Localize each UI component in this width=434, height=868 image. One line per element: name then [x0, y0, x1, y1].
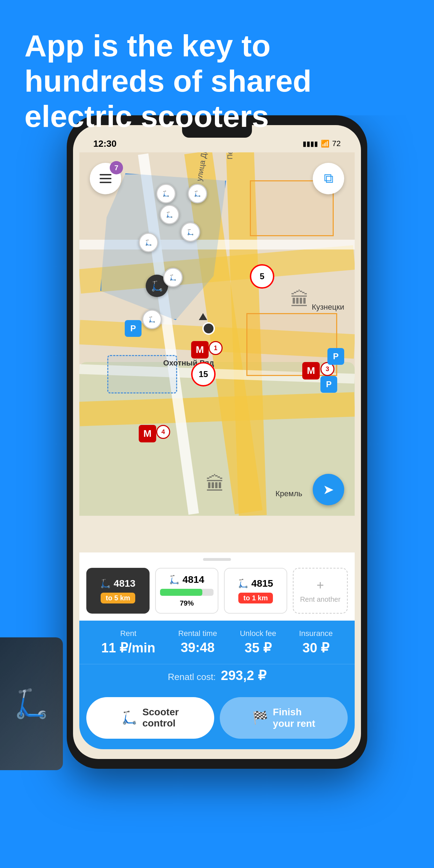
scooter-card-4813[interactable]: 🛴 4813 to 5 km [86, 568, 150, 614]
finish-rent-label-2: your rent [273, 718, 315, 730]
scooter-left-image: 🛴 [0, 637, 63, 770]
scooter-icon-2: 🛴 [169, 575, 180, 585]
time-info: Rental time 39:48 [178, 629, 217, 656]
scooter-marker-4[interactable]: 🛴 [181, 222, 200, 242]
phone-wrapper: 12:30 ▮▮▮▮ 📶 72 [67, 115, 367, 769]
battery-bar-2 [160, 589, 214, 596]
finish-rent-button[interactable]: 🏁 Finish your rent [220, 697, 348, 739]
rent-another-card[interactable]: + Rent another [293, 568, 348, 614]
parking-sign-2: P [327, 348, 344, 365]
parking-sign-3: P [320, 376, 337, 393]
scooter-cards-row: 🛴 4813 to 5 km 🛴 4814 79% [79, 568, 355, 621]
cost-row: Renatl cost: 293,2 ₽ [79, 664, 355, 690]
metro-sign-3: М [139, 425, 156, 442]
scooter-marker-1[interactable]: 🛴 [156, 184, 176, 203]
battery-label-2: 79% [180, 599, 194, 607]
scooter-id-2: 4814 [182, 574, 204, 585]
unlock-value: 35 ₽ [245, 640, 272, 656]
scooter-marker-3[interactable]: 🛴 [160, 205, 179, 224]
status-icons: ▮▮▮▮ 📶 72 [303, 139, 341, 148]
rent-value: 11 ₽/min [101, 640, 155, 656]
scooter-control-label: Scooter control [142, 707, 179, 729]
scooter-marker-6[interactable]: 🛴 [163, 268, 183, 287]
time-value: 39:48 [181, 640, 215, 655]
metro-badge-1: 1 [209, 341, 223, 355]
parking-sign-1: P [125, 320, 142, 337]
kremlin-tower-icon: 🏛 [206, 473, 225, 495]
app-tagline: App is the key to hundreds of shared ele… [24, 28, 410, 134]
signal-icon: ▮▮▮▮ [303, 139, 318, 148]
panel-handle [203, 558, 231, 561]
scooter-marker-7[interactable]: 🛴 [142, 310, 162, 329]
map-area[interactable]: Петровка улица Дмитровка Охотный Ряд Куз… [79, 152, 355, 516]
location-arrow-icon: ➤ [323, 482, 334, 497]
rent-info: Rent 11 ₽/min [101, 629, 155, 656]
km-badge-3: to 1 km [238, 593, 273, 603]
cost-value: 293,2 ₽ [221, 668, 266, 683]
finish-rent-label-1: Finish [273, 706, 315, 718]
bottom-panel: 🛴 4813 to 5 km 🛴 4814 79% [79, 552, 355, 749]
scooter-control-button[interactable]: 🛴 Scooter control [86, 697, 214, 739]
street-label-petrovka: Петровка [226, 152, 234, 159]
wifi-icon: 📶 [321, 139, 330, 148]
scooter-marker-5[interactable]: 🛴 [139, 233, 158, 252]
area-label: Кузнецки [312, 303, 344, 312]
scooter-icon-1: 🛴 [100, 579, 111, 588]
scooter-card-4814[interactable]: 🛴 4814 79% [155, 568, 218, 614]
insurance-info: Insurance 30 ₽ [299, 629, 333, 656]
user-arrow [199, 313, 207, 320]
battery-status: 72 [332, 139, 341, 148]
scooter-control-icon: 🛴 [122, 710, 137, 725]
menu-button[interactable]: 7 [90, 163, 121, 194]
metro-sign-2: М [302, 362, 320, 379]
user-location [202, 322, 215, 335]
scooter-id-1: 4813 [114, 578, 135, 589]
status-time: 12:30 [93, 138, 117, 149]
insurance-label: Insurance [299, 629, 333, 638]
kremlin-label: Кремль [275, 489, 302, 498]
time-label: Rental time [178, 629, 217, 638]
plus-icon: + [317, 578, 324, 593]
phone-screen: 12:30 ▮▮▮▮ 📶 72 [73, 125, 361, 759]
header-section: App is the key to hundreds of shared ele… [0, 0, 434, 115]
building-icon: 🏛 [290, 289, 309, 310]
menu-badge: 7 [110, 161, 123, 174]
finish-rent-icon: 🏁 [252, 710, 268, 725]
rent-label: Rent [120, 629, 136, 638]
metro-badge-3: 4 [156, 425, 170, 439]
cost-label: Renatl cost: [168, 672, 216, 682]
battery-fill-2 [160, 589, 202, 596]
info-row: Rent 11 ₽/min Rental time 39:48 Unlock f… [79, 621, 355, 664]
speed-sign-15: 15 [191, 362, 216, 386]
unlock-info: Unlock fee 35 ₽ [240, 629, 276, 656]
unlock-label: Unlock fee [240, 629, 276, 638]
action-buttons-row: 🛴 Scooter control 🏁 Finish your rent [79, 690, 355, 749]
insurance-value: 30 ₽ [303, 640, 330, 656]
layers-button[interactable]: ⧉ [313, 163, 344, 194]
layers-icon: ⧉ [324, 171, 333, 186]
rent-another-label: Rent another [300, 595, 341, 603]
scooter-marker-2[interactable]: 🛴 [188, 184, 207, 203]
speed-sign-5: 5 [250, 264, 274, 289]
scooter-id-3: 4815 [251, 578, 273, 589]
km-badge-1: to 5 km [101, 593, 135, 603]
metro-sign-1: М [191, 341, 209, 359]
scooter-card-4815[interactable]: 🛴 4815 to 1 km [224, 568, 287, 614]
location-button[interactable]: ➤ [313, 474, 344, 505]
scooter-icon-3: 🛴 [238, 579, 248, 588]
